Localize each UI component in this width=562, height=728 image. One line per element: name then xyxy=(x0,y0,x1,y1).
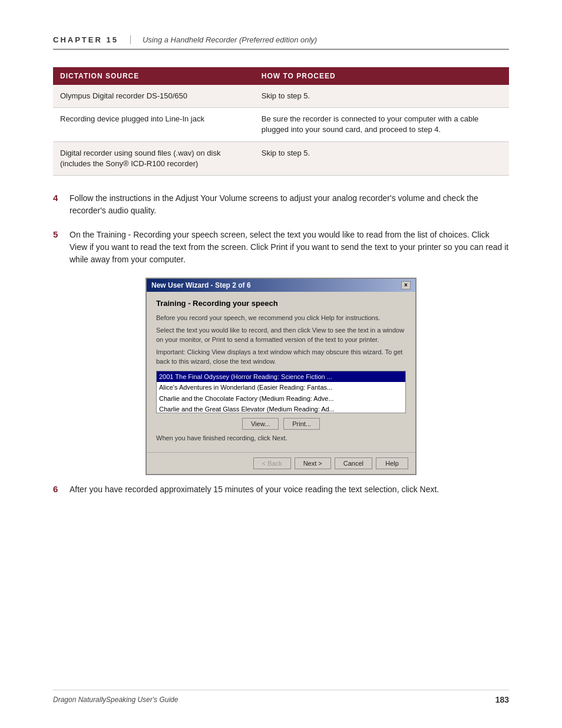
source-cell: Recording device plugged into Line-In ja… xyxy=(53,108,254,141)
proceed-cell: Skip to step 5. xyxy=(254,141,509,175)
listbox-item[interactable]: 2001 The Final Odyssey (Horror Reading: … xyxy=(157,371,405,383)
source-cell: Olympus Digital recorder DS-150/650 xyxy=(53,85,254,108)
wizard-instruction-1: Before you record your speech, we recomm… xyxy=(156,314,406,322)
wizard-dialog: New User Wizard - Step 2 of 6 × Training… xyxy=(146,278,416,475)
table-row: Digital recorder using sound files (.wav… xyxy=(53,141,509,175)
step-5-number: 5 xyxy=(53,229,70,239)
wizard-title: New User Wizard - Step 2 of 6 xyxy=(151,281,251,289)
footer-page-number: 183 xyxy=(495,695,509,704)
wizard-print-button[interactable]: Print... xyxy=(283,418,320,430)
step-4-text: Follow the instructions in the Adjust Yo… xyxy=(70,192,509,217)
wizard-instruction-2: Select the text you would like to record… xyxy=(156,326,406,344)
wizard-titlebar: New User Wizard - Step 2 of 6 × xyxy=(147,279,415,292)
proceed-cell: Skip to step 5. xyxy=(254,85,509,108)
table-row: Olympus Digital recorder DS-150/650Skip … xyxy=(53,85,509,108)
step-6-number: 6 xyxy=(53,484,70,494)
wizard-next-button[interactable]: Next > xyxy=(295,457,331,469)
chapter-label: CHAPTER 15 xyxy=(53,35,118,44)
wizard-help-button[interactable]: Help xyxy=(376,457,408,469)
step-6: 6 After you have recorded approximately … xyxy=(53,483,509,496)
wizard-content: Training - Recording your speech Before … xyxy=(147,292,415,452)
wizard-action-buttons: View... Print... xyxy=(156,418,406,430)
wizard-section-title: Training - Recording your speech xyxy=(156,299,406,308)
table-row: Recording device plugged into Line-In ja… xyxy=(53,108,509,141)
wizard-nav-bar: < Back Next > Cancel Help xyxy=(147,452,415,474)
page-footer: Dragon NaturallySpeaking User's Guide 18… xyxy=(53,690,509,704)
chapter-subtitle: Using a Handheld Recorder (Preferred edi… xyxy=(130,35,317,44)
footer-title: Dragon NaturallySpeaking User's Guide xyxy=(53,696,178,704)
listbox-item[interactable]: Charlie and the Chocolate Factory (Mediu… xyxy=(157,393,405,404)
wizard-instruction-3: Important: Clicking View displays a text… xyxy=(156,348,406,366)
step-4: 4 Follow the instructions in the Adjust … xyxy=(53,192,509,217)
wizard-cancel-button[interactable]: Cancel xyxy=(335,457,372,469)
table-header-row: DICTATION SOURCE HOW TO PROCEED xyxy=(53,67,509,85)
step-5: 5 On the Training - Recording your speec… xyxy=(53,229,509,266)
dictation-table: DICTATION SOURCE HOW TO PROCEED Olympus … xyxy=(53,67,509,176)
listbox-item[interactable]: Alice's Adventures in Wonderland (Easier… xyxy=(157,382,405,393)
step-4-number: 4 xyxy=(53,193,70,203)
wizard-back-button[interactable]: < Back xyxy=(253,457,291,469)
step-5-text: On the Training - Recording your speech … xyxy=(70,229,509,266)
proceed-cell: Be sure the recorder is connected to you… xyxy=(254,108,509,141)
wizard-view-button[interactable]: View... xyxy=(242,418,279,430)
wizard-close-button[interactable]: × xyxy=(401,281,411,289)
wizard-finish-text: When you have finished recording, click … xyxy=(156,434,406,442)
col1-header: DICTATION SOURCE xyxy=(53,67,254,85)
col2-header: HOW TO PROCEED xyxy=(254,67,509,85)
step-6-text: After you have recorded approximately 15… xyxy=(70,483,439,496)
page: CHAPTER 15 Using a Handheld Recorder (Pr… xyxy=(0,0,562,728)
listbox-item[interactable]: Charlie and the Great Glass Elevator (Me… xyxy=(157,404,405,413)
page-header: CHAPTER 15 Using a Handheld Recorder (Pr… xyxy=(53,35,509,50)
source-cell: Digital recorder using sound files (.wav… xyxy=(53,141,254,175)
wizard-listbox[interactable]: 2001 The Final Odyssey (Horror Reading: … xyxy=(156,371,406,413)
